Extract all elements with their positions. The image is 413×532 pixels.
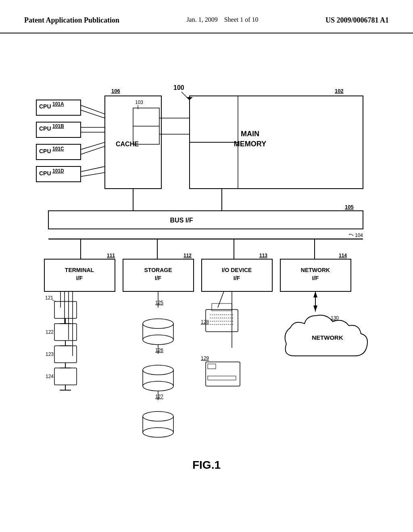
cpu-c-label: CPU bbox=[39, 148, 51, 154]
fig-label: FIG.1 bbox=[192, 459, 221, 471]
terminal-if-num: 111 bbox=[107, 253, 115, 258]
terminal-2-screen bbox=[54, 324, 77, 341]
io-device-2-tray bbox=[208, 376, 236, 380]
patent-number: US 2009/0006781 A1 bbox=[325, 16, 389, 25]
cpu-d-label: CPU bbox=[39, 170, 51, 177]
main-memory-inner2 bbox=[190, 142, 238, 189]
network-label: NETWORK bbox=[312, 334, 343, 341]
cpu-a-num: 101A bbox=[52, 101, 64, 107]
main-diagram: 100 CPU 101A CPU 101B CPU 101C CPU 101D … bbox=[0, 33, 413, 497]
bus-line-num: 104 bbox=[355, 233, 363, 238]
io-device-2-panel bbox=[208, 364, 216, 369]
storage-1-top bbox=[143, 319, 173, 328]
network-if-label1: NETWORK bbox=[301, 267, 330, 273]
svg-line-42 bbox=[218, 291, 224, 308]
main-memory-label2: MEMORY bbox=[234, 140, 266, 148]
io-if-label2: I/F bbox=[234, 275, 240, 281]
cpu-c-num: 101C bbox=[52, 146, 64, 152]
storage-1-num: 125 bbox=[155, 300, 163, 305]
terminal-4-screen bbox=[54, 368, 77, 385]
bus-if-box bbox=[48, 211, 363, 229]
main-memory-inner1 bbox=[190, 96, 238, 142]
svg-line-8 bbox=[81, 142, 105, 150]
main-memory-label1: MAIN bbox=[241, 130, 259, 138]
storage-if-label1: STORAGE bbox=[144, 267, 172, 273]
cache-num: 106 bbox=[111, 88, 120, 94]
terminal-3-num: 123 bbox=[46, 351, 54, 357]
storage-2-top bbox=[143, 365, 173, 375]
sheet-info: Sheet 1 of 10 bbox=[224, 16, 259, 23]
io-device-2-body bbox=[206, 362, 240, 386]
bus-if-label: BUS I/F bbox=[170, 217, 193, 224]
terminal-4-num: 124 bbox=[46, 374, 54, 379]
header-center: Jan. 1, 2009 Sheet 1 of 10 bbox=[186, 16, 258, 23]
svg-line-10 bbox=[81, 166, 105, 172]
storage-2-num: 126 bbox=[155, 347, 163, 353]
cpu-b-label: CPU bbox=[39, 125, 51, 132]
storage-if-num: 112 bbox=[184, 253, 192, 258]
cpu-b-num: 101B bbox=[52, 123, 64, 129]
io-device-1-num: 128 bbox=[201, 319, 209, 325]
terminal-3-screen bbox=[54, 346, 77, 363]
diagram-area: 100 CPU 101A CPU 101B CPU 101C CPU 101D … bbox=[0, 33, 413, 497]
network-arrow-down bbox=[313, 305, 317, 312]
main-memory-num: 102 bbox=[335, 88, 344, 94]
storage-if-label2: I/F bbox=[155, 275, 162, 281]
svg-line-11 bbox=[81, 172, 105, 177]
cpu-d-num: 101D bbox=[52, 168, 64, 174]
io-device-1-body bbox=[206, 310, 238, 332]
system-label: 100 bbox=[173, 84, 184, 91]
terminal-group-num: 121 bbox=[45, 295, 53, 301]
publication-label: Patent Application Publication bbox=[24, 16, 119, 25]
network-if-num: 114 bbox=[339, 253, 347, 258]
svg-line-5 bbox=[81, 110, 105, 118]
io-device-2-num: 129 bbox=[201, 355, 209, 361]
io-if-label1: I/O DEVICE bbox=[222, 267, 252, 273]
io-if-num: 113 bbox=[259, 253, 267, 258]
bus-if-num: 105 bbox=[345, 204, 354, 210]
page-header: Patent Application Publication Jan. 1, 2… bbox=[0, 0, 413, 33]
storage-3-num: 127 bbox=[155, 394, 163, 399]
cpu-a-label: CPU bbox=[39, 103, 51, 110]
network-arrow-up bbox=[313, 291, 317, 297]
network-if-label2: I/F bbox=[312, 275, 319, 281]
svg-line-4 bbox=[81, 105, 105, 114]
storage-2-bottom bbox=[143, 381, 173, 391]
publication-date: Jan. 1, 2009 bbox=[186, 16, 217, 23]
storage-3-bottom bbox=[143, 428, 173, 437]
terminal-if-label1: TERMINAL bbox=[65, 267, 94, 273]
storage-3-top bbox=[143, 411, 173, 421]
cache-inner-num: 103 bbox=[135, 100, 143, 105]
svg-line-9 bbox=[81, 146, 105, 154]
terminal-2-num: 122 bbox=[46, 329, 54, 335]
terminal-1-screen bbox=[54, 301, 77, 318]
terminal-if-label2: I/F bbox=[76, 275, 83, 281]
storage-1-bottom bbox=[143, 335, 173, 345]
